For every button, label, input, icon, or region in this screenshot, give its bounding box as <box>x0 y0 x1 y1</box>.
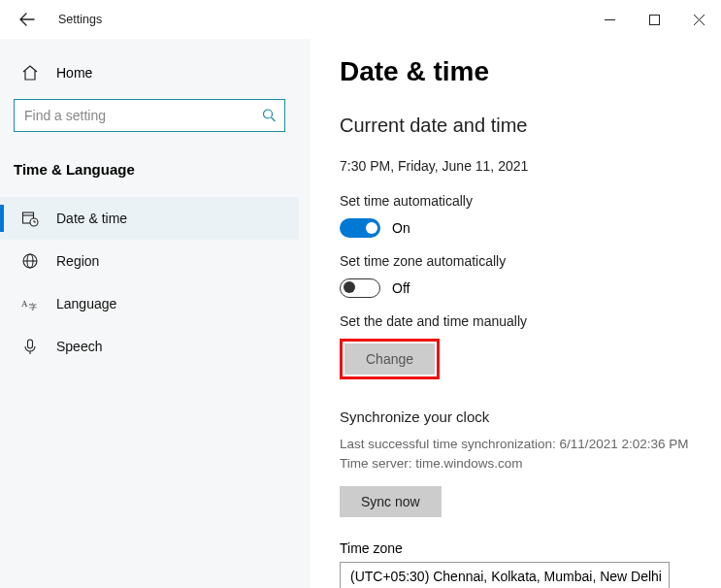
close-button[interactable] <box>676 4 721 35</box>
svg-point-2 <box>264 110 273 118</box>
sync-now-button[interactable]: Sync now <box>340 486 442 517</box>
sidebar-home-label: Home <box>56 65 92 81</box>
svg-rect-12 <box>28 340 33 348</box>
svg-text:A: A <box>21 299 28 309</box>
sidebar-group-title: Time & Language <box>0 132 299 187</box>
sidebar: Home Time & Language Date & time <box>0 39 311 588</box>
sidebar-item-label: Speech <box>56 339 102 354</box>
svg-line-3 <box>272 117 276 121</box>
sync-info: Last successful time synchronization: 6/… <box>340 435 702 474</box>
main-content: Date & time Current date and time 7:30 P… <box>311 39 721 588</box>
toggle-set-time-auto-state: On <box>392 220 410 236</box>
change-button-highlight: Change <box>340 339 440 379</box>
search-icon <box>262 109 277 123</box>
toggle-set-time-auto[interactable] <box>340 218 380 238</box>
sync-heading: Synchronize your clock <box>340 408 702 425</box>
sync-server-text: Time server: time.windows.com <box>340 454 702 474</box>
window-title: Settings <box>58 13 102 26</box>
sidebar-home[interactable]: Home <box>0 60 299 85</box>
page-title: Date & time <box>340 56 702 87</box>
svg-text:字: 字 <box>29 303 37 311</box>
set-tz-auto-label: Set time zone automatically <box>340 253 702 269</box>
microphone-icon <box>21 338 39 355</box>
sidebar-item-label: Language <box>56 296 116 311</box>
home-icon <box>21 64 39 82</box>
sync-last-text: Last successful time synchronization: 6/… <box>340 435 702 454</box>
calendar-clock-icon <box>21 210 39 227</box>
set-time-auto-label: Set time automatically <box>340 193 702 209</box>
timezone-select[interactable]: (UTC+05:30) Chennai, Kolkata, Mumbai, Ne… <box>340 562 670 589</box>
toggle-set-tz-auto-state: Off <box>392 280 410 296</box>
sidebar-item-date-time[interactable]: Date & time <box>0 197 299 240</box>
search-box[interactable] <box>14 99 285 132</box>
toggle-set-tz-auto[interactable] <box>340 278 380 298</box>
current-datetime-value: 7:30 PM, Friday, June 11, 2021 <box>340 158 702 174</box>
titlebar: Settings <box>0 0 721 39</box>
maximize-button[interactable] <box>632 4 676 35</box>
minimize-button[interactable] <box>587 4 632 35</box>
back-button[interactable] <box>17 10 37 29</box>
sidebar-item-label: Region <box>56 253 99 269</box>
language-icon: A字 <box>21 295 39 312</box>
timezone-value: (UTC+05:30) Chennai, Kolkata, Mumbai, Ne… <box>350 569 662 584</box>
globe-icon <box>21 252 39 270</box>
sidebar-item-language[interactable]: A字 Language <box>0 282 299 325</box>
sidebar-item-region[interactable]: Region <box>0 240 299 282</box>
sidebar-item-label: Date & time <box>56 211 127 226</box>
section-current-datetime: Current date and time <box>340 114 702 137</box>
search-input[interactable] <box>15 108 284 123</box>
change-button[interactable]: Change <box>344 343 435 375</box>
window-controls <box>587 4 721 35</box>
timezone-label: Time zone <box>340 540 702 556</box>
svg-rect-1 <box>649 15 659 24</box>
set-manual-label: Set the date and time manually <box>340 313 702 329</box>
sidebar-item-speech[interactable]: Speech <box>0 325 299 368</box>
sidebar-nav: Date & time Region A字 Language Speech <box>0 187 299 368</box>
